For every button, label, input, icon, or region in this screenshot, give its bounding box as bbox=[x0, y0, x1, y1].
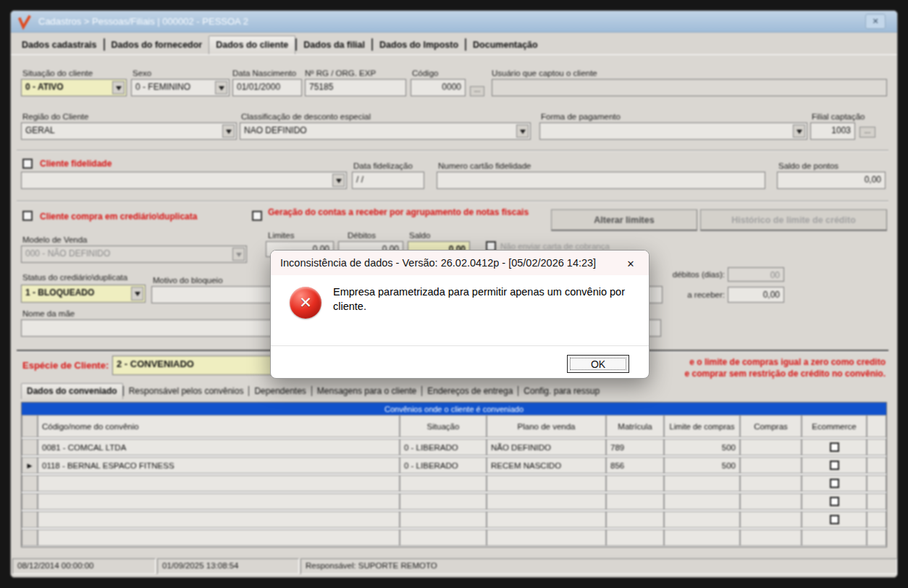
cartao-fidelidade-input[interactable] bbox=[437, 172, 765, 189]
fidelidade-label: Cliente fidelidade bbox=[40, 159, 112, 169]
historico-limite-button[interactable]: Histórico de limite de crédito bbox=[700, 209, 887, 231]
codigo-browse-button[interactable]: ... bbox=[470, 86, 484, 96]
filial-browse-button[interactable]: ... bbox=[859, 127, 875, 138]
tab-documentacao[interactable]: Documentação bbox=[466, 36, 545, 54]
cell-ecommerce bbox=[802, 439, 867, 455]
status-modified-datetime: 01/09/2025 13:08:54 bbox=[157, 558, 299, 574]
col-plano-venda[interactable]: Plano de venda bbox=[487, 415, 606, 437]
chevron-down-icon[interactable] bbox=[793, 125, 805, 138]
status-bar: 08/12/2014 00:00:00 01/09/2025 13:08:54 … bbox=[11, 555, 897, 577]
tab-dados-cadastrais[interactable]: Dados cadastrais bbox=[15, 36, 104, 54]
saldo-pontos-input[interactable]: 0,00 bbox=[777, 172, 886, 189]
dialog-close-icon[interactable]: ✕ bbox=[620, 256, 642, 272]
tab-dados-fornecedor[interactable]: Dados do fornecedor bbox=[105, 36, 209, 54]
table-row-empty[interactable] bbox=[22, 511, 886, 528]
table-row-empty[interactable] bbox=[22, 529, 886, 546]
col-compras[interactable]: Compras bbox=[740, 415, 802, 437]
error-icon: ✕ bbox=[290, 287, 321, 319]
chevron-down-icon[interactable] bbox=[215, 81, 227, 94]
classificacao-select[interactable]: NAO DEFINIDO bbox=[240, 122, 531, 140]
rg-input[interactable]: 75185 bbox=[305, 79, 406, 96]
sexo-select[interactable]: 0 - FEMININO bbox=[131, 79, 230, 96]
error-x-glyph: ✕ bbox=[299, 294, 312, 311]
chevron-down-icon[interactable] bbox=[516, 125, 529, 138]
col-matricula[interactable]: Matrícula bbox=[606, 415, 664, 437]
modelo-venda-value: 000 - NÃO DEFINIDO bbox=[25, 248, 110, 259]
data-fidelizacao-input[interactable]: / / bbox=[352, 172, 424, 189]
screen: Cadastros > Pessoas/Filiais | 000002 - P… bbox=[0, 0, 908, 588]
tab-dados-filial[interactable]: Dados da filial bbox=[297, 36, 371, 54]
crediario-checkbox[interactable] bbox=[22, 211, 33, 221]
geracao-contas-checkbox[interactable] bbox=[252, 211, 262, 221]
especie-label: Espécie de Cliente: bbox=[22, 360, 109, 371]
crediario-label: Cliente compra em crediário\duplicata bbox=[40, 211, 197, 222]
col-codigo-nome[interactable]: Código/nome do convênio bbox=[38, 415, 400, 437]
classificacao-label: Classificação de desconto especial bbox=[241, 112, 371, 121]
filial-input[interactable]: 1003 bbox=[810, 122, 855, 140]
dialog-titlebar: Inconsistência de dados - Versão: 26.02.… bbox=[271, 251, 649, 275]
window-close-icon[interactable]: ✕ bbox=[865, 14, 886, 29]
divider bbox=[17, 201, 888, 202]
cell-ecommerce bbox=[802, 493, 867, 510]
alterar-limites-button[interactable]: Alterar limites bbox=[551, 209, 697, 231]
chevron-down-icon[interactable] bbox=[332, 174, 345, 187]
chevron-down-icon[interactable] bbox=[112, 81, 125, 94]
subtab-enderecos[interactable]: Endereços de entrega bbox=[422, 384, 518, 399]
ecommerce-checkbox[interactable] bbox=[830, 515, 839, 524]
debitos-dias-input[interactable]: 00 bbox=[728, 267, 784, 282]
subtab-config-ressup[interactable]: Config. para ressup bbox=[518, 384, 605, 399]
cell-compras bbox=[740, 439, 802, 455]
window-title: Cadastros > Pessoas/Filiais | 000002 - P… bbox=[38, 16, 248, 27]
subtab-dados-conveniado[interactable]: Dados do conveniado bbox=[21, 383, 123, 399]
subtab-dependentes[interactable]: Dependentes bbox=[249, 384, 311, 399]
col-limite-compras[interactable]: Limite de compras bbox=[664, 415, 740, 437]
fidelidade-select[interactable] bbox=[21, 172, 347, 189]
cell-plano: NÃO DEFINIDO bbox=[487, 439, 606, 455]
sexo-value: 0 - FEMININO bbox=[135, 82, 190, 92]
situacao-select[interactable]: 0 - ATIVO bbox=[21, 79, 127, 96]
window-titlebar: Cadastros > Pessoas/Filiais | 000002 - P… bbox=[11, 11, 897, 33]
motivo-bloqueio-label: Motivo do bloqueio bbox=[153, 276, 223, 285]
status-crediario-label: Status do crediário\duplicata bbox=[22, 273, 127, 282]
geracao-contas-label: Geração do contas a receber por agrupame… bbox=[268, 207, 550, 218]
cell-matricula: 789 bbox=[606, 439, 664, 455]
ecommerce-checkbox[interactable] bbox=[830, 497, 839, 506]
subtab-mensagens[interactable]: Mensagens para o cliente bbox=[312, 384, 421, 399]
classificacao-value: NAO DEFINIDO bbox=[244, 125, 307, 135]
codigo-input[interactable]: 0000 bbox=[411, 79, 466, 96]
a-receber-input[interactable]: 0,00 bbox=[728, 287, 784, 303]
tab-dados-cliente[interactable]: Dados do cliente bbox=[209, 35, 295, 54]
data-fidelizacao-label: Data fidelização bbox=[353, 161, 413, 170]
modelo-venda-select[interactable]: 000 - NÃO DEFINIDO bbox=[21, 245, 247, 263]
nascimento-label: Data Nascimento bbox=[232, 69, 296, 77]
table-row[interactable]: ▶ 0118 - BERNAL ESPACO FITNESS 0 - LIBER… bbox=[22, 457, 886, 474]
cell-plano: RECEM NASCIDO bbox=[487, 457, 606, 474]
chevron-down-icon[interactable] bbox=[232, 248, 245, 261]
cell-situacao: 0 - LIBERADO bbox=[400, 439, 487, 455]
grid-header-row: Código/nome do convênio Situação Plano d… bbox=[22, 415, 886, 437]
table-row[interactable]: 0081 - COMCAL LTDA 0 - LIBERADO NÃO DEFI… bbox=[22, 439, 886, 455]
saldo-pontos-label: Saldo de pontos bbox=[778, 161, 838, 170]
nascimento-input[interactable]: 01/01/2000 bbox=[232, 79, 302, 96]
chevron-down-icon[interactable] bbox=[222, 125, 235, 138]
regiao-select[interactable]: GERAL bbox=[21, 122, 237, 140]
limites-label: Limites bbox=[268, 231, 294, 240]
cell-matricula: 856 bbox=[606, 457, 664, 474]
subtab-responsavel[interactable]: Responsável pelos convênios bbox=[124, 384, 249, 399]
tab-dados-imposto[interactable]: Dados do Imposto bbox=[373, 36, 465, 54]
fidelidade-checkbox[interactable] bbox=[22, 159, 33, 169]
table-row-empty[interactable] bbox=[22, 475, 886, 492]
table-row-empty[interactable] bbox=[22, 493, 886, 510]
ok-button[interactable]: OK bbox=[567, 355, 629, 373]
cell-codigo: 0081 - COMCAL LTDA bbox=[38, 439, 400, 455]
usuario-input[interactable] bbox=[492, 79, 887, 96]
pagamento-select[interactable] bbox=[539, 122, 807, 140]
status-crediario-select[interactable]: 1 - BLOQUEADO bbox=[21, 285, 146, 303]
col-situacao[interactable]: Situação bbox=[400, 415, 487, 437]
chevron-down-icon[interactable] bbox=[131, 287, 143, 301]
ecommerce-checkbox[interactable] bbox=[830, 442, 839, 452]
ecommerce-checkbox[interactable] bbox=[830, 461, 839, 470]
col-ecommerce[interactable]: Ecommerce bbox=[802, 415, 867, 437]
ecommerce-checkbox[interactable] bbox=[830, 479, 839, 488]
conveniado-subtabs: Dados do conveniado Responsável pelos co… bbox=[21, 383, 605, 399]
